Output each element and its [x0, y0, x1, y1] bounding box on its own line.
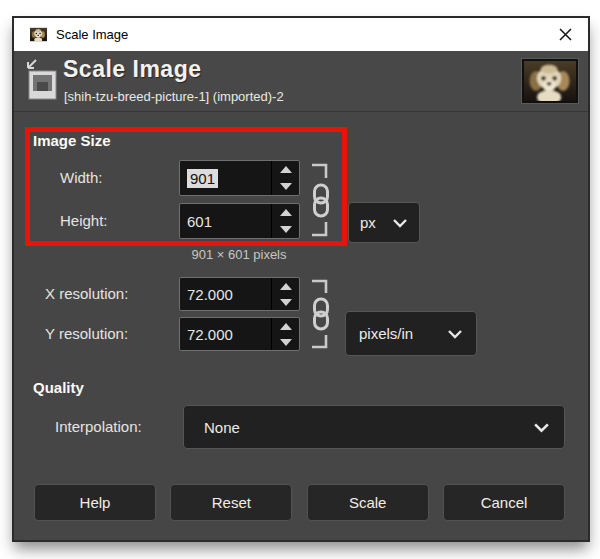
- resolution-unit-dropdown[interactable]: pixels/in: [345, 311, 477, 356]
- image-size-heading: Image Size: [33, 132, 111, 149]
- width-label: Width:: [60, 160, 103, 196]
- close-button[interactable]: [542, 18, 588, 51]
- cancel-button[interactable]: Cancel: [443, 484, 565, 521]
- size-unit-value: px: [360, 214, 376, 231]
- triangle-down-icon: [280, 226, 292, 233]
- y-resolution-label: Y resolution:: [45, 317, 128, 351]
- chevron-down-icon: [533, 422, 550, 433]
- x-resolution-input[interactable]: 72.000: [179, 277, 300, 311]
- triangle-down-icon: [280, 183, 292, 190]
- dialog-header: Scale Image [shih-tzu-breed-picture-1] (…: [14, 51, 588, 112]
- chevron-down-icon: [447, 329, 463, 339]
- height-value[interactable]: 601: [180, 204, 271, 238]
- triangle-up-icon: [280, 323, 292, 330]
- dialog-subtitle: [shih-tzu-breed-picture-1] (imported)-2: [64, 89, 284, 104]
- height-input[interactable]: 601: [179, 203, 300, 239]
- spin-up-button[interactable]: [272, 161, 299, 178]
- x-resolution-label: X resolution:: [45, 277, 128, 311]
- spin-up-button[interactable]: [272, 318, 299, 334]
- reset-button[interactable]: Reset: [170, 484, 292, 521]
- scale-button[interactable]: Scale: [307, 484, 429, 521]
- x-resolution-value[interactable]: 72.000: [180, 278, 271, 310]
- close-icon: [558, 27, 573, 42]
- y-resolution-value[interactable]: 72.000: [180, 318, 271, 350]
- help-button[interactable]: Help: [34, 484, 156, 521]
- interpolation-label: Interpolation:: [55, 405, 142, 449]
- x-resolution-spinner: [271, 278, 299, 310]
- width-spinner: [271, 161, 299, 195]
- triangle-up-icon: [280, 166, 292, 173]
- window-title: Scale Image: [56, 27, 128, 42]
- dialog-title: Scale Image: [63, 56, 201, 83]
- y-resolution-spinner: [271, 318, 299, 350]
- y-resolution-input[interactable]: 72.000: [179, 317, 300, 351]
- window-titlebar[interactable]: Scale Image: [14, 18, 588, 51]
- height-label: Height:: [60, 203, 108, 239]
- spin-up-button[interactable]: [272, 204, 299, 221]
- height-spinner: [271, 204, 299, 238]
- spin-down-button[interactable]: [272, 221, 299, 238]
- scale-image-icon: [22, 57, 62, 103]
- resolution-chain-link-icon[interactable]: [307, 275, 335, 353]
- triangle-up-icon: [280, 209, 292, 216]
- triangle-down-icon: [280, 339, 292, 346]
- width-value[interactable]: 901: [187, 169, 218, 188]
- width-input[interactable]: 901: [179, 160, 300, 196]
- interpolation-dropdown[interactable]: None: [183, 405, 565, 449]
- chevron-down-icon: [392, 218, 408, 228]
- resolution-unit-value: pixels/in: [359, 325, 413, 342]
- size-unit-dropdown[interactable]: px: [348, 202, 420, 243]
- dialog-button-row: Help Reset Scale Cancel: [34, 484, 565, 521]
- spin-up-button[interactable]: [272, 278, 299, 294]
- triangle-up-icon: [280, 283, 292, 290]
- spin-down-button[interactable]: [272, 178, 299, 195]
- window-dog-icon: [30, 27, 47, 42]
- pixel-dimensions-note: 901 × 601 pixels: [139, 247, 339, 262]
- triangle-down-icon: [280, 299, 292, 306]
- spin-down-button[interactable]: [272, 294, 299, 310]
- spin-down-button[interactable]: [272, 334, 299, 350]
- size-chain-link-icon[interactable]: [307, 158, 335, 242]
- quality-heading: Quality: [33, 379, 84, 396]
- interpolation-value: None: [204, 419, 240, 436]
- image-preview-thumbnail: [522, 59, 578, 103]
- scale-image-dialog: Scale Image Scale Image [shih-tzu-breed-…: [14, 18, 588, 540]
